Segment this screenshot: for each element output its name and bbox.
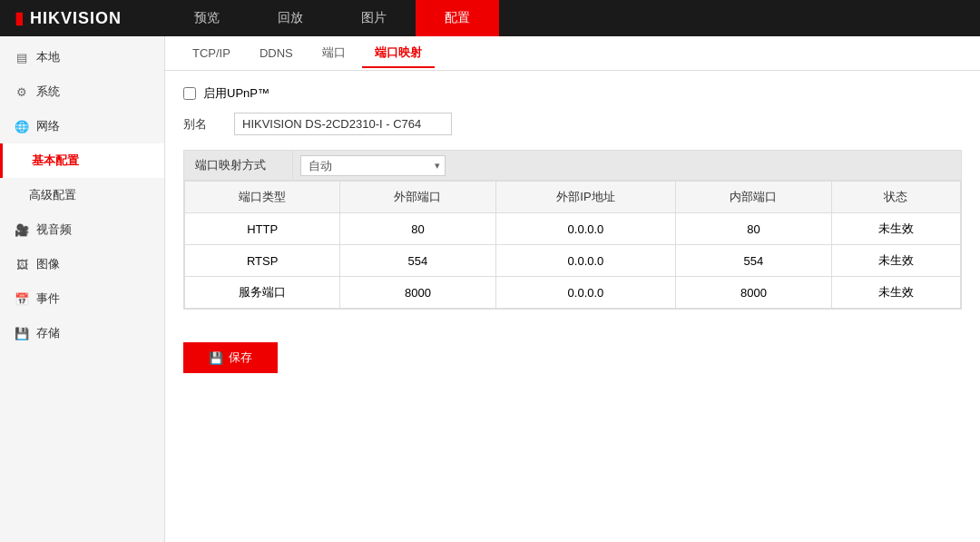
port-table: 端口类型外部端口外部IP地址内部端口状态 HTTP800.0.0.080未生效R… [184, 181, 961, 309]
upnp-label: 启用UPnP™ [203, 85, 270, 102]
sub-tab-port-mapping[interactable]: 端口映射 [362, 39, 435, 68]
cell-status: 未生效 [831, 245, 960, 277]
cell-status: 未生效 [831, 213, 960, 245]
camera-icon: 🎥 [15, 222, 29, 237]
cell-ext_port: 554 [340, 245, 495, 277]
cell-int_port: 554 [676, 245, 831, 277]
sidebar: ▤本地⚙系统🌐网络基本配置高级配置🎥视音频🖼图像📅事件💾存储 [0, 36, 165, 542]
cell-ext_ip: 0.0.0.0 [495, 213, 676, 245]
mapping-mode-select-wrapper[interactable]: 自动手动 [300, 155, 446, 176]
save-area: 💾 保存 [165, 324, 980, 391]
main-content: TCP/IPDDNS端口端口映射 启用UPnP™ 别名 端口映射方式 [165, 36, 980, 542]
alias-input[interactable] [234, 113, 452, 135]
sidebar-label-image: 图像 [36, 256, 60, 272]
save-label: 保存 [229, 350, 252, 366]
sidebar-item-local[interactable]: ▤本地 [0, 40, 164, 74]
col-header: 状态 [831, 182, 960, 213]
sub-tab-ddns[interactable]: DDNS [247, 41, 306, 67]
cell-type: 服务端口 [185, 277, 340, 309]
gear-icon: ⚙ [15, 84, 29, 99]
mapping-mode-select-wrap: 自动手动 [293, 152, 453, 180]
table-header-row: 端口类型外部端口外部IP地址内部端口状态 [185, 182, 961, 213]
upnp-row: 启用UPnP™ [183, 85, 962, 102]
port-table-section: 端口映射方式 自动手动 端口类型外部端口外部IP地址内 [183, 150, 962, 310]
table-row: HTTP800.0.0.080未生效 [185, 213, 961, 245]
table-header: 端口类型外部端口外部IP地址内部端口状态 [185, 182, 961, 213]
sidebar-item-advanced-config[interactable]: 高级配置 [0, 178, 164, 212]
alias-label: 别名 [183, 116, 220, 133]
sidebar-label-advanced-config: 高级配置 [29, 187, 76, 203]
sidebar-item-system[interactable]: ⚙系统 [0, 74, 164, 109]
nav-item-playback[interactable]: 回放 [249, 0, 332, 36]
cell-type: HTTP [185, 213, 340, 245]
sidebar-label-system: 系统 [36, 84, 60, 100]
sidebar-item-audio-video[interactable]: 🎥视音频 [0, 212, 164, 247]
globe-icon: 🌐 [15, 119, 29, 133]
sidebar-item-image[interactable]: 🖼图像 [0, 247, 164, 281]
cell-ext_ip: 0.0.0.0 [495, 245, 676, 277]
logo-text: ▮ HIKVISION [15, 8, 122, 28]
file-icon: ▤ [15, 50, 29, 64]
nav-item-preview[interactable]: 预览 [165, 0, 249, 36]
sidebar-label-audio-video: 视音频 [36, 222, 72, 238]
save-button[interactable]: 💾 保存 [183, 342, 278, 373]
nav-item-picture[interactable]: 图片 [332, 0, 416, 36]
cell-int_port: 80 [676, 213, 831, 245]
logo: ▮ HIKVISION [0, 8, 165, 28]
sidebar-label-network: 网络 [36, 118, 60, 134]
sidebar-item-network[interactable]: 🌐网络 [0, 109, 164, 143]
mapping-mode-select[interactable]: 自动手动 [300, 155, 446, 176]
table-body: HTTP800.0.0.080未生效RTSP5540.0.0.0554未生效服务… [185, 213, 961, 309]
cell-ext_port: 80 [340, 213, 495, 245]
sidebar-label-storage: 存储 [36, 325, 60, 341]
save-icon: 💾 [209, 351, 223, 365]
mapping-mode-row: 端口映射方式 自动手动 [184, 151, 961, 181]
col-header: 端口类型 [185, 182, 340, 213]
cell-int_port: 8000 [676, 277, 831, 309]
cell-ext_ip: 0.0.0.0 [495, 277, 676, 309]
image-icon: 🖼 [15, 257, 29, 271]
sidebar-label-event: 事件 [36, 291, 60, 307]
sidebar-label-local: 本地 [36, 49, 60, 65]
upnp-checkbox[interactable] [183, 87, 196, 100]
cell-status: 未生效 [831, 277, 960, 309]
alias-row: 别名 [183, 113, 962, 135]
col-header: 内部端口 [676, 182, 831, 213]
sub-tab-port[interactable]: 端口 [309, 39, 358, 68]
cell-ext_port: 8000 [340, 277, 495, 309]
form-area: 启用UPnP™ 别名 端口映射方式 自动手动 [165, 71, 980, 324]
sidebar-label-basic-config: 基本配置 [32, 153, 79, 169]
top-nav: 预览回放图片配置 [165, 0, 499, 36]
mapping-mode-label: 端口映射方式 [184, 151, 293, 180]
sidebar-item-storage[interactable]: 💾存储 [0, 316, 164, 350]
sidebar-item-basic-config[interactable]: 基本配置 [0, 143, 164, 178]
table-row: RTSP5540.0.0.0554未生效 [185, 245, 961, 277]
calendar-icon: 📅 [15, 291, 29, 306]
nav-item-config[interactable]: 配置 [416, 0, 499, 36]
table-row: 服务端口80000.0.0.08000未生效 [185, 277, 961, 309]
col-header: 外部端口 [340, 182, 495, 213]
cell-type: RTSP [185, 245, 340, 277]
sidebar-item-event[interactable]: 📅事件 [0, 281, 164, 316]
col-header: 外部IP地址 [495, 182, 676, 213]
sub-tab-tcpip[interactable]: TCP/IP [180, 41, 243, 67]
storage-icon: 💾 [15, 326, 29, 340]
sub-tabs: TCP/IPDDNS端口端口映射 [165, 36, 980, 71]
